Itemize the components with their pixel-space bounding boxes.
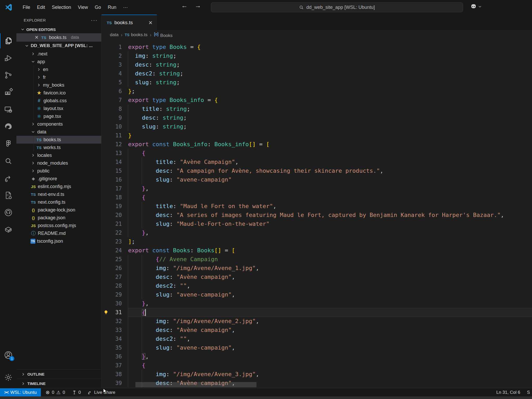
tree-item-my-books[interactable]: my_books [16, 81, 101, 89]
code-line-30[interactable]: 30 }, [102, 299, 532, 308]
close-icon[interactable]: ✕ [35, 35, 39, 40]
code-line-12[interactable]: 12export const Books_info: Books_info[] … [102, 140, 532, 149]
tree-item-package-lock-json[interactable]: {}package-lock.json [16, 206, 101, 214]
tree-item-public[interactable]: public [16, 167, 101, 175]
code-line-19[interactable]: 19 title: "Maud le Fort on the water", [102, 202, 532, 211]
menu-item-edit[interactable]: Edit [34, 3, 48, 12]
accounts-icon[interactable]: 1 [0, 347, 16, 363]
tree-item-data[interactable]: data [16, 128, 101, 136]
tree-item-package-json[interactable]: {}package.json [16, 214, 101, 222]
search-icon[interactable] [0, 153, 16, 169]
code-line-6[interactable]: 6}; [102, 87, 532, 96]
docker-icon[interactable] [0, 222, 16, 237]
code-line-5[interactable]: 5 slug: string; [102, 78, 532, 87]
code-line-8[interactable]: 8 title: string; [102, 105, 532, 113]
code-line-3[interactable]: 3 desc: string; [102, 60, 532, 69]
code-line-37[interactable]: 37 { [102, 361, 532, 370]
tree-item-tsconfig-json[interactable]: TStsconfig.json [16, 237, 101, 245]
tree-item-favicon-ico[interactable]: ★favicon.ico [16, 89, 101, 97]
open-editor-item-books-ts[interactable]: ✕TSbooks.tsdata [16, 33, 101, 42]
code-line-22[interactable]: 22 }, [102, 228, 532, 237]
tree-item-works-ts[interactable]: TSworks.ts [16, 144, 101, 151]
menu-item-view[interactable]: View [74, 3, 91, 12]
code-line-32[interactable]: 32 img: "/img/Avene/Avene_2.jpg", [102, 317, 532, 326]
code-line-23[interactable]: 23]; [102, 237, 532, 246]
workspace-root-folder[interactable]: DD_WEB_SITE_APP [WSL: ... [16, 42, 101, 50]
code-line-20[interactable]: 20 desc: "A series of images featuring M… [102, 211, 532, 220]
code-editor[interactable]: 1export type Books = {2 img: string;3 de… [102, 40, 532, 388]
tree-item-en[interactable]: en [16, 66, 101, 73]
horizontal-scrollbar[interactable] [135, 382, 256, 387]
command-center-search[interactable]: dd_web_site_app [WSL: Ubuntu] [211, 2, 463, 12]
code-line-14[interactable]: 14 title: "Avène Campaign", [102, 158, 532, 166]
code-line-10[interactable]: 10 slug: string; [102, 122, 532, 131]
indentation-status-truncated[interactable]: S [527, 390, 530, 395]
cursor-position[interactable]: Ln 31, Col 6 [496, 390, 520, 395]
code-line-18[interactable]: 18 { [102, 193, 532, 202]
tree-item-eslint-config-mjs[interactable]: JSeslint.config.mjs [16, 183, 101, 190]
nav-forward-arrow[interactable]: → [193, 2, 203, 9]
code-line-34[interactable]: 34 desc2: "", [102, 334, 532, 343]
code-line-25[interactable]: 25 {// Avene Campaign [102, 255, 532, 264]
code-line-24[interactable]: 24export const Books: Books[] = [ [102, 246, 532, 255]
source-control-icon[interactable] [0, 68, 16, 83]
tree-item-locales[interactable]: locales [16, 151, 101, 159]
menu-item-dotsdotsdots[interactable]: ··· [120, 3, 131, 12]
tree-item--gitignore[interactable]: ◆.gitignore [16, 175, 101, 183]
tree-item-fr[interactable]: fr [16, 73, 101, 81]
code-line-38[interactable]: 38 img: "/img/Avene/Avene_3.jpg", [102, 370, 532, 379]
code-line-33[interactable]: 33 desc: "Avène campaign", [102, 326, 532, 334]
tree-item-components[interactable]: components [16, 120, 101, 128]
open-editors-header[interactable]: OPEN EDITORS [16, 25, 101, 33]
menu-item-go[interactable]: Go [91, 3, 104, 12]
outline-section-header[interactable]: OUTLINE [16, 369, 101, 379]
code-line-17[interactable]: 17 }, [102, 184, 532, 193]
extensions-icon[interactable] [0, 85, 16, 100]
live-share-icon[interactable] [0, 171, 16, 186]
code-line-9[interactable]: 9 desc: string; [102, 113, 532, 122]
tree-item-node-modules[interactable]: node_modules [16, 159, 101, 167]
code-line-15[interactable]: 15 desc: "A campaign for Avène, showcasi… [102, 166, 532, 175]
lightbulb-icon[interactable] [103, 310, 109, 315]
tree-item-globals-css[interactable]: #globals.css [16, 97, 101, 105]
remote-indicator[interactable]: >< WSL: Ubuntu [0, 388, 41, 396]
code-line-31[interactable]: 31 { [102, 308, 532, 317]
figma-icon[interactable] [0, 136, 16, 151]
timeline-section-header[interactable]: TIMELINE [16, 379, 101, 388]
tree-item--next[interactable]: .next [16, 50, 101, 58]
tree-item-next-config-ts[interactable]: TSnext.config.ts [16, 198, 101, 206]
explorer-actions-icon[interactable]: ··· [91, 17, 98, 23]
cpp-tools-icon[interactable]: C+ [0, 188, 16, 203]
code-line-7[interactable]: 7export type Books_info = { [102, 96, 532, 105]
code-line-2[interactable]: 2 img: string; [102, 52, 532, 60]
code-line-4[interactable]: 4 desc2: string; [102, 69, 532, 78]
breadcrumb-item-data[interactable]: data [110, 32, 118, 37]
code-line-16[interactable]: 16 slug: "avene-campaign" [102, 175, 532, 184]
menu-item-selection[interactable]: Selection [48, 3, 74, 12]
tree-item-postcss-config-mjs[interactable]: JSpostcss.config.mjs [16, 222, 101, 229]
settings-gear-icon[interactable] [0, 370, 16, 385]
tab-books-ts[interactable]: TS books.ts ✕ [102, 15, 157, 30]
explorer-icon[interactable] [0, 33, 16, 48]
tree-item-page-tsx[interactable]: ⚛page.tsx [16, 112, 101, 120]
problems-indicator[interactable]: ⊗ 0 ⚠ 0 [43, 388, 67, 396]
breadcrumb-item-books[interactable]: Books [154, 32, 172, 38]
run-and-debug-icon[interactable] [0, 50, 16, 66]
code-line-13[interactable]: 13 { [102, 149, 532, 158]
tree-item-books-ts[interactable]: TSbooks.ts [16, 136, 101, 144]
code-line-21[interactable]: 21 slug: "Maud-le-Fort-on-the-water" [102, 220, 532, 228]
tab-close-icon[interactable]: ✕ [148, 20, 153, 26]
remote-explorer-icon[interactable] [0, 102, 16, 117]
code-line-28[interactable]: 28 desc2: "", [102, 281, 532, 290]
code-line-1[interactable]: 1export type Books = { [102, 43, 532, 52]
code-line-11[interactable]: 11} [102, 131, 532, 140]
tree-item-readme-md[interactable]: ⓘREADME.md [16, 229, 101, 237]
tree-item-app[interactable]: app [16, 58, 101, 66]
code-line-26[interactable]: 26 img: "/img/Avene/Avene_1.jpg", [102, 264, 532, 273]
code-line-29[interactable]: 29 slug: "avene-campaign", [102, 290, 532, 299]
copilot-menu[interactable] [470, 3, 482, 10]
code-line-27[interactable]: 27 desc: "Avène campaign", [102, 273, 532, 281]
menu-item-file[interactable]: File [19, 3, 34, 12]
tree-item-layout-tsx[interactable]: ⚛layout.tsx [16, 105, 101, 112]
nav-back-arrow[interactable]: ← [179, 2, 190, 9]
